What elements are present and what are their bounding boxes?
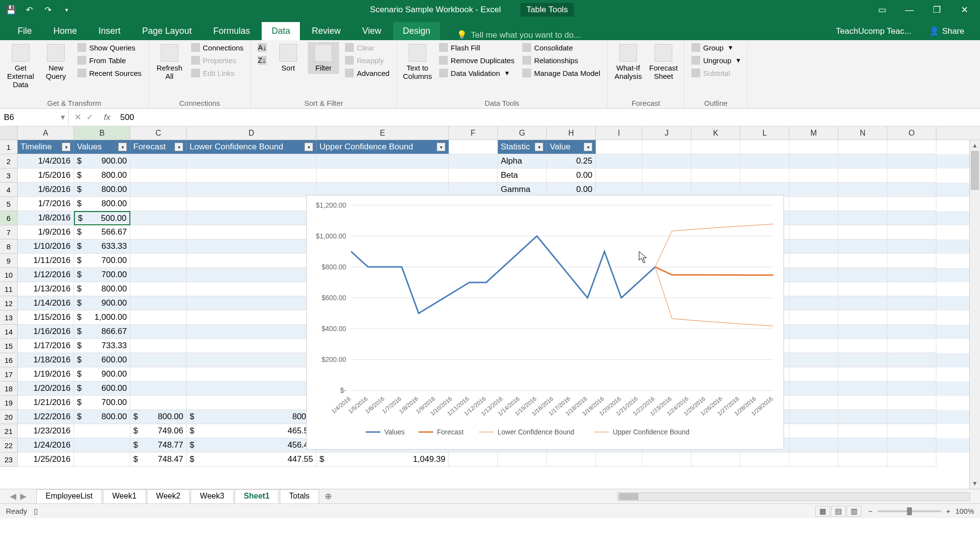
vertical-scrollbar[interactable]: ▲ ▼ bbox=[969, 140, 980, 489]
cell[interactable] bbox=[130, 211, 187, 225]
col-header-B[interactable]: B bbox=[74, 126, 130, 140]
cell[interactable] bbox=[887, 211, 936, 225]
cell[interactable] bbox=[838, 168, 887, 183]
cell[interactable] bbox=[789, 239, 838, 254]
row-header[interactable]: 3 bbox=[0, 168, 18, 183]
cell[interactable] bbox=[838, 396, 887, 410]
text-to-columns-button[interactable]: Text to Columns bbox=[402, 42, 433, 82]
group-button[interactable]: Group ▾ bbox=[689, 42, 742, 53]
cell[interactable] bbox=[789, 254, 838, 268]
cell[interactable] bbox=[449, 140, 498, 154]
cell[interactable] bbox=[596, 140, 642, 154]
cell[interactable] bbox=[596, 168, 642, 183]
sheet-tab-Sheet1[interactable]: Sheet1 bbox=[235, 489, 279, 503]
scroll-thumb[interactable] bbox=[971, 151, 979, 190]
name-box[interactable]: B6 ▾ bbox=[0, 109, 69, 126]
cell[interactable] bbox=[130, 254, 187, 268]
filter-dropdown-icon[interactable]: ▾ bbox=[584, 143, 592, 151]
minimize-icon[interactable]: — bbox=[898, 2, 921, 18]
cell[interactable] bbox=[130, 310, 187, 325]
cell[interactable] bbox=[187, 339, 317, 353]
cell[interactable] bbox=[838, 438, 887, 453]
cell[interactable]: $633.33 bbox=[74, 239, 130, 254]
cell[interactable]: 1/23/2016 bbox=[18, 424, 74, 438]
cell[interactable] bbox=[789, 282, 838, 296]
cell[interactable]: $700.00 bbox=[74, 254, 130, 268]
table-header-E[interactable]: Upper Confidence Bound▾ bbox=[317, 140, 449, 154]
table-header-C[interactable]: Forecast▾ bbox=[130, 140, 187, 154]
cell[interactable] bbox=[887, 310, 936, 325]
cell[interactable] bbox=[887, 282, 936, 296]
qat-dropdown-icon[interactable]: ▼ bbox=[60, 3, 74, 17]
cell[interactable] bbox=[789, 367, 838, 382]
cell[interactable]: $600.00 bbox=[74, 353, 130, 367]
data-validation-button[interactable]: Data Validation ▾ bbox=[437, 68, 516, 78]
cell[interactable] bbox=[130, 268, 187, 282]
cell[interactable]: $900.00 bbox=[74, 154, 130, 168]
cell[interactable] bbox=[130, 239, 187, 254]
sort-button[interactable]: Sort bbox=[272, 42, 304, 74]
row-header[interactable]: 1 bbox=[0, 140, 18, 154]
accept-formula-icon[interactable]: ✓ bbox=[86, 112, 93, 122]
cell[interactable] bbox=[789, 211, 838, 225]
sheet-nav-next-icon[interactable]: ▶ bbox=[20, 491, 26, 501]
cell[interactable] bbox=[887, 225, 936, 239]
filter-dropdown-icon[interactable]: ▾ bbox=[118, 143, 127, 151]
cell[interactable]: 1/18/2016 bbox=[18, 353, 74, 367]
cell[interactable] bbox=[887, 325, 936, 339]
cell[interactable] bbox=[691, 168, 740, 183]
cell[interactable]: 1/25/2016 bbox=[18, 453, 74, 467]
cell[interactable] bbox=[838, 367, 887, 382]
tab-view[interactable]: View bbox=[352, 22, 391, 40]
formula-input[interactable]: 500 bbox=[115, 113, 980, 122]
cell[interactable] bbox=[187, 367, 317, 382]
cell[interactable] bbox=[789, 353, 838, 367]
tell-me-search[interactable]: 💡 Tell me what you want to do... bbox=[442, 30, 826, 40]
col-header-J[interactable]: J bbox=[642, 126, 691, 140]
col-header-D[interactable]: D bbox=[187, 126, 317, 140]
row-header[interactable]: 23 bbox=[0, 453, 18, 467]
name-box-dropdown-icon[interactable]: ▾ bbox=[61, 112, 65, 122]
row-header[interactable]: 18 bbox=[0, 382, 18, 396]
row-header[interactable]: 15 bbox=[0, 339, 18, 353]
cell[interactable] bbox=[130, 339, 187, 353]
tab-data[interactable]: Data bbox=[262, 22, 300, 40]
cell[interactable] bbox=[887, 353, 936, 367]
table-header-B[interactable]: Values▾ bbox=[74, 140, 130, 154]
row-header[interactable]: 13 bbox=[0, 310, 18, 325]
col-header-I[interactable]: I bbox=[596, 126, 642, 140]
cell[interactable]: 1/5/2016 bbox=[18, 168, 74, 183]
cell[interactable] bbox=[596, 154, 642, 168]
cell[interactable] bbox=[887, 367, 936, 382]
normal-view-button[interactable]: ▦ bbox=[815, 506, 830, 517]
cell[interactable] bbox=[642, 154, 691, 168]
cell[interactable] bbox=[838, 410, 887, 424]
flash-fill-button[interactable]: Flash Fill bbox=[437, 42, 516, 53]
cell[interactable] bbox=[838, 197, 887, 211]
cell[interactable]: $749.06 bbox=[130, 424, 187, 438]
cell[interactable]: $500.00 bbox=[74, 211, 130, 225]
row-header[interactable]: 16 bbox=[0, 353, 18, 367]
cell[interactable] bbox=[187, 254, 317, 268]
col-header-H[interactable]: H bbox=[547, 126, 596, 140]
table-header-G[interactable]: Statistic▾ bbox=[498, 140, 547, 154]
row-header[interactable]: 8 bbox=[0, 239, 18, 254]
cell[interactable]: $900.00 bbox=[74, 296, 130, 310]
cell[interactable] bbox=[838, 382, 887, 396]
cell[interactable] bbox=[887, 339, 936, 353]
sheet-tab-EmployeeList[interactable]: EmployeeList bbox=[36, 489, 102, 503]
share-button[interactable]: 👤 Share bbox=[921, 22, 972, 40]
cell[interactable]: 1/9/2016 bbox=[18, 225, 74, 239]
cell[interactable] bbox=[838, 183, 887, 197]
cell[interactable] bbox=[740, 154, 789, 168]
cell[interactable]: Beta bbox=[498, 168, 547, 183]
cell[interactable] bbox=[887, 438, 936, 453]
consolidate-button[interactable]: Consolidate bbox=[520, 42, 602, 53]
ribbon-display-options-icon[interactable]: ▭ bbox=[870, 2, 894, 18]
fx-icon[interactable]: fx bbox=[99, 113, 115, 122]
select-all-corner[interactable] bbox=[0, 126, 18, 140]
cell[interactable]: 1/12/2016 bbox=[18, 268, 74, 282]
cell[interactable]: $600.00 bbox=[74, 382, 130, 396]
cell[interactable] bbox=[887, 197, 936, 211]
cell[interactable] bbox=[789, 438, 838, 453]
